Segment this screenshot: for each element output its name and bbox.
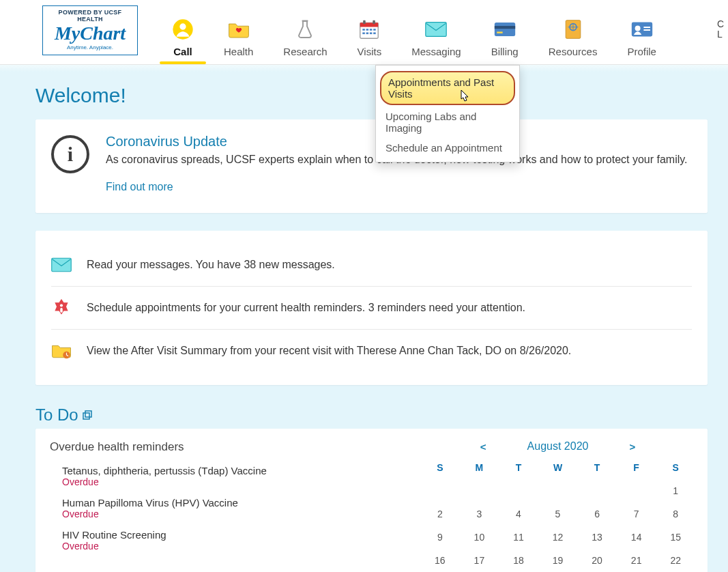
cal-dow-fri: F bbox=[619, 462, 654, 473]
find-out-more-link[interactable]: Find out more bbox=[106, 181, 173, 192]
svg-point-1 bbox=[179, 23, 186, 29]
reminders-heading: Overdue health reminders bbox=[50, 440, 402, 454]
cal-empty: . bbox=[579, 485, 615, 496]
dropdown-upcoming-labs-imaging[interactable]: Upcoming Labs and Imaging bbox=[376, 106, 519, 138]
svg-rect-10 bbox=[374, 29, 377, 31]
reminder-hpv[interactable]: Human Papilloma Virus (HPV) Vaccine Over… bbox=[50, 493, 402, 525]
svg-rect-7 bbox=[363, 29, 366, 31]
nav-messaging-label: Messaging bbox=[411, 46, 461, 57]
cal-day[interactable]: 14 bbox=[619, 532, 654, 543]
right-edge-line1: C bbox=[717, 19, 724, 29]
svg-rect-2 bbox=[302, 20, 308, 22]
svg-rect-29 bbox=[83, 413, 89, 419]
cal-day[interactable]: 9 bbox=[422, 532, 458, 543]
cal-dow-mon: M bbox=[462, 462, 497, 473]
nav-call-label: Call bbox=[173, 46, 192, 57]
nav-research-label: Research bbox=[283, 46, 327, 57]
cal-day[interactable]: 8 bbox=[658, 509, 693, 519]
cal-day[interactable]: 12 bbox=[540, 532, 576, 543]
cal-day[interactable]: 17 bbox=[462, 555, 497, 566]
svg-rect-25 bbox=[52, 258, 72, 272]
nav-health-label: Health bbox=[224, 46, 253, 57]
cal-day[interactable]: 4 bbox=[501, 509, 536, 519]
nav-resources-label: Resources bbox=[549, 46, 598, 57]
calendar-title: August 2020 bbox=[527, 440, 589, 453]
cal-dow-thu: T bbox=[579, 462, 615, 473]
nav-health[interactable]: Health bbox=[224, 18, 253, 64]
svg-rect-4 bbox=[360, 23, 378, 27]
svg-rect-17 bbox=[495, 26, 515, 29]
coronavirus-update-card: i Coronavirus Update As coronavirus spre… bbox=[35, 119, 708, 213]
flask-icon bbox=[294, 18, 316, 40]
calendar-next[interactable]: > bbox=[629, 441, 635, 453]
todo-heading-text: To Do bbox=[35, 405, 78, 425]
nav-messaging[interactable]: Messaging bbox=[411, 18, 461, 64]
envelope-alert-icon bbox=[51, 256, 72, 274]
cal-day[interactable]: 1 bbox=[658, 485, 693, 496]
cal-day[interactable]: 18 bbox=[501, 555, 536, 566]
page-body: Welcome! i Coronavirus Update As coronav… bbox=[0, 65, 728, 572]
cal-day[interactable]: 16 bbox=[422, 555, 458, 566]
svg-rect-14 bbox=[374, 32, 377, 34]
calendar: < August 2020 > S M T W T F S . . . . . … bbox=[422, 440, 693, 566]
cal-dow-wed: W bbox=[540, 462, 576, 473]
id-card-icon bbox=[631, 18, 653, 40]
reminder-hiv-status: Overdue bbox=[62, 541, 402, 552]
cal-day[interactable]: 3 bbox=[462, 509, 497, 519]
logo[interactable]: POWERED BY UCSF HEALTH MyChart Anytime. … bbox=[42, 5, 138, 55]
cal-empty: . bbox=[619, 485, 654, 496]
person-icon bbox=[172, 18, 194, 40]
visits-dropdown: Appointments and Past Visits Upcoming La… bbox=[375, 65, 520, 162]
overdue-reminders: Overdue health reminders Tetanus, diphth… bbox=[50, 440, 402, 566]
popout-icon[interactable] bbox=[83, 410, 92, 420]
nav-billing-label: Billing bbox=[491, 46, 519, 57]
svg-rect-23 bbox=[643, 27, 650, 28]
cal-empty: . bbox=[462, 485, 497, 496]
nav-call[interactable]: Call bbox=[172, 18, 194, 64]
nav-resources[interactable]: Resources bbox=[549, 18, 598, 64]
alert-messages-text: Read your messages. You have 38 new mess… bbox=[87, 259, 335, 271]
svg-rect-16 bbox=[495, 23, 515, 36]
nav-active-underline bbox=[160, 61, 206, 64]
cal-day[interactable]: 20 bbox=[579, 555, 615, 566]
right-edge-line2: L bbox=[717, 29, 724, 40]
folder-clock-icon bbox=[51, 342, 72, 360]
todo-card: Overdue health reminders Tetanus, diphth… bbox=[35, 429, 708, 572]
svg-rect-18 bbox=[497, 31, 502, 33]
todo-heading: To Do bbox=[35, 405, 708, 425]
cal-dow-tue: T bbox=[501, 462, 536, 473]
dropdown-schedule-appointment[interactable]: Schedule an Appointment bbox=[376, 138, 519, 158]
cal-day[interactable]: 7 bbox=[619, 509, 654, 519]
cal-empty: . bbox=[501, 485, 536, 496]
cal-day[interactable]: 11 bbox=[501, 532, 536, 543]
nav-billing[interactable]: Billing bbox=[491, 18, 519, 64]
svg-rect-9 bbox=[370, 29, 373, 31]
cal-day[interactable]: 10 bbox=[462, 532, 497, 543]
logo-main-text: MyChart bbox=[50, 24, 130, 43]
cal-day[interactable]: 2 bbox=[422, 509, 458, 519]
credit-card-icon bbox=[494, 18, 516, 40]
nav-visits[interactable]: Visits bbox=[358, 18, 382, 64]
svg-rect-13 bbox=[370, 32, 373, 34]
cal-day[interactable]: 6 bbox=[579, 509, 615, 519]
alert-avs[interactable]: View the After Visit Summary from your r… bbox=[51, 330, 692, 372]
cal-day[interactable]: 19 bbox=[540, 555, 576, 566]
cal-day[interactable]: 15 bbox=[658, 532, 693, 543]
alert-reminders[interactable]: Schedule appointments for your current h… bbox=[51, 287, 692, 330]
medical-alert-icon bbox=[51, 299, 72, 317]
folder-heart-icon bbox=[228, 18, 250, 40]
alert-messages[interactable]: Read your messages. You have 38 new mess… bbox=[51, 244, 692, 287]
calendar-prev[interactable]: < bbox=[480, 441, 486, 453]
cal-day[interactable]: 22 bbox=[658, 555, 693, 566]
cal-day[interactable]: 5 bbox=[540, 509, 576, 519]
cal-day[interactable]: 21 bbox=[619, 555, 654, 566]
cal-day[interactable]: 13 bbox=[579, 532, 615, 543]
dropdown-appointments-past-visits[interactable]: Appointments and Past Visits bbox=[380, 71, 515, 105]
logo-tagline: Anytime. Anyplace. bbox=[50, 44, 130, 51]
cal-dow-sat: S bbox=[658, 462, 693, 473]
reminder-hiv[interactable]: HIV Routine Screening Overdue bbox=[50, 525, 402, 557]
nav-profile[interactable]: Profile bbox=[627, 18, 656, 64]
reminder-tdap[interactable]: Tetanus, diphtheria, pertussis (Tdap) Va… bbox=[50, 461, 402, 493]
cal-empty: . bbox=[540, 485, 576, 496]
nav-research[interactable]: Research bbox=[283, 18, 327, 64]
